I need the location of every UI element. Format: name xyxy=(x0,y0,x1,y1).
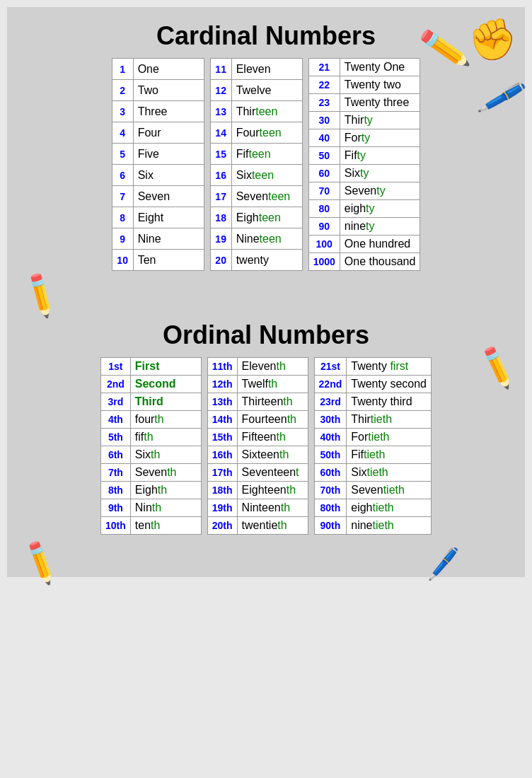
table-row: 19th Ninteenth xyxy=(207,499,308,517)
word-cell: Four xyxy=(133,122,204,144)
word-cell: Sixtieth xyxy=(347,464,432,482)
word-cell: Thirtieth xyxy=(347,411,432,429)
table-row: 100 One hundred xyxy=(308,236,420,253)
number-cell: 6th xyxy=(100,446,130,464)
word-cell: Two xyxy=(133,80,204,101)
number-cell: 12 xyxy=(210,80,231,101)
number-cell: 90th xyxy=(314,517,347,535)
page: Cardinal Numbers ✏️✊ 🖊️ 1 One 2 Two 3 Th… xyxy=(7,7,525,577)
table-row: 12th Twelfth xyxy=(207,376,308,393)
number-cell: 60th xyxy=(314,464,347,482)
number-cell: 22 xyxy=(308,76,340,94)
word-cell: Twenty first xyxy=(347,358,432,376)
number-cell: 50th xyxy=(314,446,347,464)
table-row: 21 Twenty One xyxy=(308,59,420,76)
table-row: 11 Eleven xyxy=(210,59,302,80)
number-cell: 6 xyxy=(112,165,133,186)
cardinal-section: Cardinal Numbers ✏️✊ 🖊️ 1 One 2 Two 3 Th… xyxy=(14,21,518,299)
number-cell: 19th xyxy=(207,499,237,517)
number-cell: 15th xyxy=(207,429,237,446)
table-row: 15 Fifteen xyxy=(210,144,302,165)
word-cell: ninety xyxy=(340,218,420,236)
number-cell: 4th xyxy=(100,411,130,429)
cardinal-table-2: 11 Eleven 12 Twelve 13 Thirteen 14 Fourt… xyxy=(210,58,303,271)
table-row: 80 eighty xyxy=(308,200,420,218)
word-cell: Fifteen xyxy=(231,144,302,165)
number-cell: 23rd xyxy=(314,393,347,411)
number-cell: 21 xyxy=(308,59,340,76)
word-cell: Sixteen xyxy=(231,165,302,186)
ordinal-title: Ordinal Numbers xyxy=(14,320,518,350)
number-cell: 11th xyxy=(207,358,237,376)
number-cell: 7th xyxy=(100,464,130,482)
word-cell: Nineteen xyxy=(231,228,302,250)
number-cell: 90 xyxy=(308,218,340,236)
number-cell: 3rd xyxy=(100,393,130,411)
number-cell: 11 xyxy=(210,59,231,80)
word-cell: Twelfth xyxy=(237,376,308,393)
word-cell: Ten xyxy=(133,250,204,271)
table-row: 60 Sixty xyxy=(308,165,420,182)
table-row: 90 ninety xyxy=(308,218,420,236)
number-cell: 16 xyxy=(210,165,231,186)
table-row: 22 Twenty two xyxy=(308,76,420,94)
table-row: 10 Ten xyxy=(112,250,204,271)
ordinal-table-2: 11th Eleventh 12th Twelfth 13th Thirteen… xyxy=(207,357,308,535)
table-row: 23rd Twenty third xyxy=(314,393,431,411)
number-cell: 2 xyxy=(112,80,133,101)
number-cell: 21st xyxy=(314,358,347,376)
word-cell: Twenty three xyxy=(340,94,420,112)
table-row: 40 Forty xyxy=(308,129,420,147)
table-row: 19 Nineteen xyxy=(210,228,302,250)
table-row: 9 Nine xyxy=(112,228,204,250)
word-cell: Seventeent xyxy=(237,464,308,482)
number-cell: 50 xyxy=(308,147,340,165)
pencil-br1-icon: ✏️ xyxy=(15,537,66,588)
word-cell: Fifty xyxy=(340,147,420,165)
table-row: 30 Thirty xyxy=(308,112,420,129)
number-cell: 60 xyxy=(308,165,340,182)
table-row: 13th Thirteenth xyxy=(207,393,308,411)
word-cell: Sixteenth xyxy=(237,446,308,464)
word-cell: Seventy xyxy=(340,182,420,200)
word-cell: Twenty two xyxy=(340,76,420,94)
table-row: 6th Sixth xyxy=(100,446,201,464)
table-row: 5th fifth xyxy=(100,429,201,446)
word-cell: twenty xyxy=(231,250,302,271)
table-row: 15th Fifteenth xyxy=(207,429,308,446)
table-row: 50th Fiftieth xyxy=(314,446,431,464)
word-cell: Thirteen xyxy=(231,101,302,122)
table-row: 23 Twenty three xyxy=(308,94,420,112)
table-row: 8 Eight xyxy=(112,207,204,228)
number-cell: 1st xyxy=(100,358,130,376)
table-row: 5 Five xyxy=(112,144,204,165)
ordinal-tables-row: 1st First 2nd Second 3rd Third 4th fourt… xyxy=(14,357,518,535)
word-cell: Twenty One xyxy=(340,59,420,76)
table-row: 21st Twenty first xyxy=(314,358,431,376)
number-cell: 80th xyxy=(314,499,347,517)
word-cell: eighty xyxy=(340,200,420,218)
number-cell: 3 xyxy=(112,101,133,122)
cardinal-tables-row: 1 One 2 Two 3 Three 4 Four 5 Five 6 Six … xyxy=(14,58,518,271)
number-cell: 1 xyxy=(112,59,133,80)
number-cell: 8 xyxy=(112,207,133,228)
word-cell: Twenty second xyxy=(347,376,432,393)
table-row: 14 Fourteen xyxy=(210,122,302,144)
ordinal-table-3: 21st Twenty first 22nd Twenty second 23r… xyxy=(314,357,432,535)
word-cell: Eighteen xyxy=(231,207,302,228)
number-cell: 14th xyxy=(207,411,237,429)
table-row: 20th twentieth xyxy=(207,517,308,535)
number-cell: 40 xyxy=(308,129,340,147)
table-row: 6 Six xyxy=(112,165,204,186)
table-row: 1st First xyxy=(100,358,201,376)
word-cell: Third xyxy=(130,393,201,411)
number-cell: 100 xyxy=(308,236,340,253)
word-cell: Thirty xyxy=(340,112,420,129)
table-row: 1000 One thousand xyxy=(308,253,420,271)
word-cell: fourth xyxy=(130,411,201,429)
table-row: 1 One xyxy=(112,59,204,80)
word-cell: Forty xyxy=(340,129,420,147)
table-row: 17 Seventeen xyxy=(210,186,302,207)
word-cell: Seventieth xyxy=(347,482,432,499)
table-row: 90th ninetieth xyxy=(314,517,431,535)
